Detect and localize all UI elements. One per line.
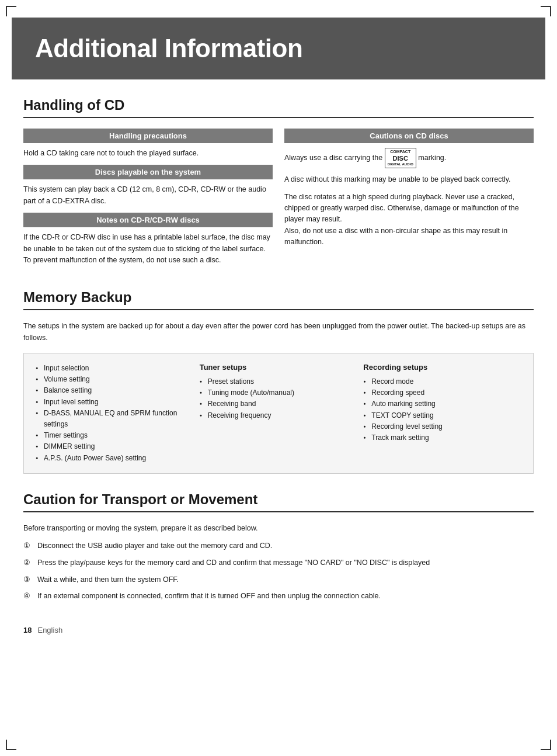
list-item: Timer settings — [36, 430, 194, 441]
corner-mark-tl — [6, 6, 16, 16]
step-num-3: ③ — [23, 574, 34, 586]
recording-setups-title: Recording setups — [363, 363, 521, 372]
backup-col1: Input selection Volume setting Balance s… — [36, 363, 194, 464]
cd-logo-disc: DISC — [388, 154, 413, 162]
handling-right-col: Cautions on CD discs Always use a disc c… — [284, 129, 534, 272]
handling-cd-title: Handling of CD — [23, 97, 534, 113]
list-item: Receiving band — [200, 398, 358, 410]
list-item: Recording speed — [363, 387, 521, 398]
step-num-2: ② — [23, 557, 34, 569]
page-title: Additional Information — [35, 34, 522, 63]
discs-playable-text: This system can play back a CD (12 cm, 8… — [23, 184, 273, 207]
memory-backup-intro: The setups in the system are backed up f… — [23, 321, 534, 344]
corner-mark-br — [541, 740, 551, 750]
marking-text: marking. — [418, 154, 446, 162]
transport-step-2: ② Press the play/pause keys for the memo… — [23, 557, 534, 569]
caution-transport-intro: Before transporting or moving the system… — [23, 523, 534, 534]
notes-cdrrw-header: Notes on CD-R/CD-RW discs — [23, 213, 273, 227]
cautions-always-use: Always use a disc carrying the COMPACT D… — [284, 148, 534, 168]
cd-logo-compact: COMPACT — [388, 149, 413, 154]
cautions-para1: A disc without this marking may be unabl… — [284, 174, 534, 185]
list-item: Volume setting — [36, 374, 194, 385]
list-item: Recording level setting — [363, 421, 521, 432]
transport-step-1: ① Disconnect the USB audio player and ta… — [23, 540, 534, 552]
caution-transport-title: Caution for Transport or Movement — [23, 491, 534, 508]
handling-precautions-text: Hold a CD taking care not to touch the p… — [23, 148, 273, 159]
list-item: DIMMER setting — [36, 441, 194, 452]
list-item: Record mode — [363, 376, 521, 387]
corner-mark-tr — [541, 6, 551, 16]
backup-col1-list: Input selection Volume setting Balance s… — [36, 363, 194, 464]
list-item: Balance setting — [36, 385, 194, 396]
list-item: Tuning mode (Auto/manual) — [200, 387, 358, 398]
list-item: A.P.S. (Auto Power Save) setting — [36, 453, 194, 464]
step-text-2: Press the play/pause keys for the memory… — [37, 557, 430, 569]
tuner-setups-title: Tuner setups — [200, 363, 358, 372]
step-num-1: ① — [23, 540, 34, 552]
list-item: Receiving frequency — [200, 410, 358, 421]
header-banner: Additional Information — [12, 18, 545, 79]
memory-backup-divider — [23, 309, 534, 310]
notes-cdrrw-text: If the CD-R or CD-RW disc in use has a p… — [23, 232, 273, 266]
list-item: Input selection — [36, 363, 194, 374]
memory-backup-title: Memory Backup — [23, 289, 534, 306]
discs-playable-header: Discs playable on the system — [23, 165, 273, 179]
caution-transport-steps: ① Disconnect the USB audio player and ta… — [23, 540, 534, 602]
footer-page-number: 18 — [23, 626, 32, 634]
step-text-4: If an external component is connected, c… — [37, 590, 381, 602]
step-text-3: Wait a while, and then turn the system O… — [37, 574, 179, 586]
footer-language: English — [37, 626, 62, 634]
cd-logo-digital: DIGITAL AUDIO — [388, 162, 413, 167]
cautions-cddiscs-header: Cautions on CD discs — [284, 129, 534, 143]
step-num-4: ④ — [23, 590, 34, 602]
step-text-1: Disconnect the USB audio player and take… — [37, 540, 272, 552]
list-item: D-BASS, MANUAL EQ and SPRM function sett… — [36, 408, 194, 430]
caution-transport-divider — [23, 511, 534, 512]
backup-col2: Tuner setups Preset stations Tuning mode… — [200, 363, 358, 464]
always-use-text: Always use a disc carrying the — [284, 154, 382, 162]
handling-precautions-header: Handling precautions — [23, 129, 273, 143]
handling-left-col: Handling precautions Hold a CD taking ca… — [23, 129, 273, 272]
transport-step-4: ④ If an external component is connected,… — [23, 590, 534, 602]
memory-backup-box: Input selection Volume setting Balance s… — [23, 353, 534, 474]
cautions-para2: The disc rotates at a high speed during … — [284, 192, 534, 248]
handling-cd-columns: Handling precautions Hold a CD taking ca… — [23, 129, 534, 272]
list-item: TEXT COPY setting — [363, 410, 521, 421]
list-item: Preset stations — [200, 376, 358, 387]
list-item: Track mark setting — [363, 432, 521, 443]
tuner-setups-list: Preset stations Tuning mode (Auto/manual… — [200, 376, 358, 421]
list-item: Auto marking setting — [363, 398, 521, 410]
footer: 18 English — [0, 620, 557, 640]
main-content: Handling of CD Handling precautions Hold… — [0, 97, 557, 602]
cd-logo: COMPACT DISC DIGITAL AUDIO — [385, 148, 416, 168]
cd-logo-box: COMPACT DISC DIGITAL AUDIO — [385, 148, 416, 168]
backup-col3: Recording setups Record mode Recording s… — [363, 363, 521, 464]
corner-mark-bl — [6, 740, 16, 750]
transport-step-3: ③ Wait a while, and then turn the system… — [23, 574, 534, 586]
recording-setups-list: Record mode Recording speed Auto marking… — [363, 376, 521, 443]
handling-cd-divider — [23, 117, 534, 118]
list-item: Input level setting — [36, 397, 194, 408]
